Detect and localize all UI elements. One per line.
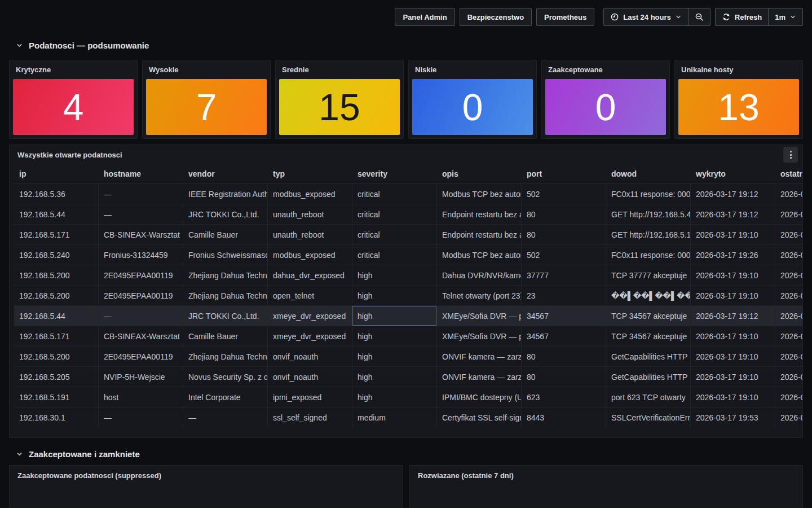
table-cell-severity[interactable]: high: [352, 265, 437, 285]
table-row[interactable]: 192.168.5.205NVIP-5H-WejscieNovus Securi…: [14, 366, 802, 387]
table-cell-dowod[interactable]: GetCapabilities HTTP: [606, 366, 691, 387]
table-cell-ip[interactable]: 192.168.5.240: [14, 244, 99, 265]
table-cell-wykryto[interactable]: 2026-03-17 19:10: [691, 346, 775, 366]
table-cell-dowod[interactable]: TCP 34567 akceptuje: [606, 305, 691, 326]
table-row[interactable]: 192.168.5.2002E0495EPAA00119Zhejiang Dah…: [14, 285, 802, 305]
table-cell-port[interactable]: 502: [522, 244, 606, 265]
nav-link-panel-admin[interactable]: Panel Admin: [395, 8, 454, 26]
table-cell-severity[interactable]: high: [352, 366, 437, 387]
table-cell-hostname[interactable]: host: [99, 387, 183, 407]
table-cell-ostatnio[interactable]: 2026-03-17 19:53: [775, 407, 802, 427]
table-cell-dowod[interactable]: GET http://192.168.5.171: [606, 224, 691, 244]
table-cell-hostname[interactable]: Fronius-31324459: [99, 244, 183, 265]
table-cell-ip[interactable]: 192.168.5.200: [14, 265, 99, 285]
table-cell-opis[interactable]: Endpoint restartu bez autoryzacji: [437, 204, 522, 224]
table-cell-port[interactable]: 8443: [522, 407, 606, 427]
table-row[interactable]: 192.168.5.36—IEEE Registration Authority…: [14, 183, 802, 204]
table-row[interactable]: 192.168.30.1——ssl_self_signedmediumCerty…: [14, 407, 802, 427]
table-cell-typ[interactable]: onvif_noauth: [268, 346, 352, 366]
row-closed-header[interactable]: Zaakceptowane i zamkniete: [16, 447, 803, 461]
table-cell-wykryto[interactable]: 2026-03-17 19:12: [691, 305, 775, 326]
table-cell-typ[interactable]: ipmi_exposed: [268, 387, 352, 407]
table-cell-wykryto[interactable]: 2026-03-17 19:10: [691, 387, 775, 407]
table-cell-severity[interactable]: critical: [352, 244, 437, 265]
table-cell-hostname[interactable]: —: [99, 305, 183, 326]
table-cell-vendor[interactable]: JRC TOKKI Co.,Ltd.: [183, 305, 268, 326]
table-cell-typ[interactable]: xmeye_dvr_exposed: [268, 326, 352, 346]
table-row[interactable]: 192.168.5.240Fronius-31324459Fronius Sch…: [14, 244, 802, 265]
table-cell-ostatnio[interactable]: 2026-03-17 19:12: [775, 204, 802, 224]
table-cell-opis[interactable]: XMEye/Sofia DVR — port: [437, 305, 522, 326]
table-cell-port[interactable]: 34567: [522, 326, 606, 346]
table-cell-severity[interactable]: critical: [352, 224, 437, 244]
table-cell-opis[interactable]: ONVIF kamera — zarzadzanie: [437, 346, 522, 366]
table-cell-ip[interactable]: 192.168.5.205: [14, 366, 99, 387]
table-cell-ostatnio[interactable]: 2026-03-17 19:10: [775, 366, 802, 387]
table-header-cell-opis[interactable]: opis: [437, 164, 522, 183]
nav-link-prometheus[interactable]: Prometheus: [536, 8, 594, 26]
table-cell-typ[interactable]: xmeye_dvr_exposed: [268, 305, 352, 326]
table-cell-typ[interactable]: ssl_self_signed: [268, 407, 352, 427]
table-header-cell-ip[interactable]: ip: [14, 164, 99, 183]
table-cell-ostatnio[interactable]: 2026-03-17 19:12: [775, 305, 802, 326]
table-header-cell-dowod[interactable]: dowod: [606, 164, 691, 183]
table-cell-ostatnio[interactable]: 2026-03-17 19:10: [775, 265, 802, 285]
table-cell-vendor[interactable]: Intel Corporate: [183, 387, 268, 407]
panel-menu-kebab-icon[interactable]: [783, 147, 798, 163]
table-cell-dowod[interactable]: TCP 34567 akceptuje: [606, 326, 691, 346]
table-cell-vendor[interactable]: Camille Bauer: [183, 224, 268, 244]
table-cell-typ[interactable]: open_telnet: [268, 285, 352, 305]
table-cell-ostatnio[interactable]: 2026-03-17 19:10: [775, 326, 802, 346]
table-cell-hostname[interactable]: 2E0495EPAA00119: [99, 265, 183, 285]
table-cell-severity[interactable]: high: [352, 346, 437, 366]
table-header-cell-port[interactable]: port: [522, 164, 606, 183]
zoom-out-time-button[interactable]: [688, 8, 710, 25]
table-header-cell-severity[interactable]: severity: [352, 164, 437, 183]
table-cell-vendor[interactable]: Zhejiang Dahua Technology: [183, 346, 268, 366]
table-cell-opis[interactable]: Telnet otwarty (port 23): [437, 285, 522, 305]
table-cell-dowod[interactable]: GetCapabilities HTTP: [606, 346, 691, 366]
table-cell-wykryto[interactable]: 2026-03-17 19:10: [691, 326, 775, 346]
row-summary-header[interactable]: Podatnosci — podsumowanie: [16, 38, 803, 52]
table-cell-port[interactable]: 80: [522, 204, 606, 224]
table-cell-port[interactable]: 80: [522, 366, 606, 387]
table-row[interactable]: 192.168.5.171CB-SINEAX-WarsztatCamille B…: [14, 224, 802, 244]
table-cell-hostname[interactable]: 2E0495EPAA00119: [99, 346, 183, 366]
table-cell-ostatnio[interactable]: 2026-03-17 19:26: [775, 244, 802, 265]
table-cell-vendor[interactable]: JRC TOKKI Co.,Ltd.: [183, 204, 268, 224]
table-cell-typ[interactable]: modbus_exposed: [268, 244, 352, 265]
table-cell-severity[interactable]: critical: [352, 204, 437, 224]
table-cell-ip[interactable]: 192.168.30.1: [14, 407, 99, 427]
table-cell-port[interactable]: 37777: [522, 265, 606, 285]
table-cell-severity[interactable]: medium: [352, 407, 437, 427]
table-cell-ip[interactable]: 192.168.5.36: [14, 183, 99, 204]
table-row[interactable]: 192.168.5.171CB-SINEAX-WarsztatCamille B…: [14, 326, 802, 346]
table-cell-port[interactable]: 80: [522, 346, 606, 366]
table-row[interactable]: 192.168.5.2002E0495EPAA00119Zhejiang Dah…: [14, 346, 802, 366]
table-cell-ip[interactable]: 192.168.5.44: [14, 305, 99, 326]
table-cell-wykryto[interactable]: 2026-03-17 19:10: [691, 285, 775, 305]
table-row[interactable]: 192.168.5.2002E0495EPAA00119Zhejiang Dah…: [14, 265, 802, 285]
table-cell-ip[interactable]: 192.168.5.171: [14, 326, 99, 346]
table-cell-severity[interactable]: critical: [352, 183, 437, 204]
table-cell-severity[interactable]: high: [352, 326, 437, 346]
table-cell-hostname[interactable]: —: [99, 204, 183, 224]
table-cell-ostatnio[interactable]: 2026-03-17 19:10: [775, 346, 802, 366]
table-cell-dowod[interactable]: FC0x11 response: 000: [606, 183, 691, 204]
table-cell-ip[interactable]: 192.168.5.200: [14, 285, 99, 305]
table-cell-ostatnio[interactable]: 2026-03-17 19:10: [775, 224, 802, 244]
table-row[interactable]: 192.168.5.44—JRC TOKKI Co.,Ltd.xmeye_dvr…: [14, 305, 802, 326]
table-row[interactable]: 192.168.5.191hostIntel Corporateipmi_exp…: [14, 387, 802, 407]
time-range-picker[interactable]: Last 24 hours: [604, 8, 688, 25]
table-cell-dowod[interactable]: ��▌��▌��▌��▌: [606, 285, 691, 305]
table-cell-hostname[interactable]: CB-SINEAX-Warsztat: [99, 224, 183, 244]
table-header-cell-wykryto[interactable]: wykryto: [691, 164, 775, 183]
table-row[interactable]: 192.168.5.44—JRC TOKKI Co.,Ltd.unauth_re…: [14, 204, 802, 224]
table-cell-dowod[interactable]: SSLCertVerificationError: [606, 407, 691, 427]
table-cell-vendor[interactable]: —: [183, 407, 268, 427]
table-cell-wykryto[interactable]: 2026-03-17 19:53: [691, 407, 775, 427]
table-cell-opis[interactable]: Modbus TCP bez autoryzacji: [437, 244, 522, 265]
table-cell-port[interactable]: 23: [522, 285, 606, 305]
table-cell-opis[interactable]: XMEye/Sofia DVR — port: [437, 326, 522, 346]
table-cell-hostname[interactable]: —: [99, 183, 183, 204]
